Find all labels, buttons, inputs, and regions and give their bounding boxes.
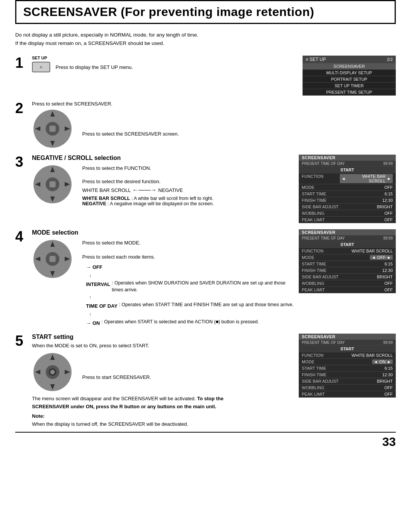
step-2-section: 2 Press to select the SCREENSAVER. bbox=[15, 101, 396, 149]
step-1-diagram: SET UP ≡ Press to display the SET UP men… bbox=[32, 56, 133, 75]
svg-point-28 bbox=[50, 370, 55, 374]
ss-row-5-3-value: 12:30 bbox=[382, 372, 393, 377]
ss-row-3-0: FUNCTION ◄ WHITE BAR SCROLL ► bbox=[299, 173, 396, 184]
ss-row-4-6-value: OFF bbox=[384, 288, 393, 292]
ss-time-label-4: PRESENT TIME OF DAY bbox=[302, 236, 345, 240]
ss-row-3-1-value: OFF bbox=[384, 185, 393, 190]
ss-row-5-6-value: OFF bbox=[384, 392, 393, 396]
ss-row-4-1-label: MODE bbox=[302, 255, 340, 260]
step-3-inst1: Press to select the FUNCTION. bbox=[82, 165, 295, 171]
ss-row-3-0-label: FUNCTION bbox=[302, 174, 340, 183]
ss-row-4-3-value: 12:30 bbox=[382, 268, 393, 273]
ss-row-3-6: PEAK LIMIT OFF bbox=[299, 217, 396, 223]
menu-header-label: SET UP bbox=[309, 57, 326, 62]
ss-time-label-5: PRESENT TIME OF DAY bbox=[302, 340, 345, 345]
ss-row-4-1: MODE ◄ OFF ► bbox=[299, 254, 396, 261]
step-1-number: 1 bbox=[15, 55, 23, 71]
ss-row-3-4-label: SIDE BAR ADJUST bbox=[302, 204, 340, 209]
mode-on-desc: : Operates when START is selected and th… bbox=[102, 319, 259, 326]
step-3-number: 3 bbox=[15, 154, 23, 170]
step-4-section: 4 MODE selection Press to s bbox=[15, 229, 396, 328]
note2-label: NEGATIVE bbox=[82, 201, 106, 206]
ss-row-3-1-label: MODE bbox=[302, 185, 340, 190]
step-2-body: Press to select the SCREENSAVER. bbox=[32, 101, 295, 149]
setup-btn-symbol: ≡ bbox=[40, 65, 42, 69]
step-3-text-area: Press to select the FUNCTION. Press to s… bbox=[82, 164, 295, 206]
mode-interval-label: INTERVAL bbox=[86, 280, 110, 289]
ss-row-5-1-value: ◄ ON ► bbox=[372, 359, 393, 364]
ss-row-4-4-value: BRIGHT bbox=[377, 275, 393, 279]
ss-row-5-0-value: WHITE BAR SCROLL bbox=[352, 353, 393, 358]
ss-row-4-2: START TIME 6:15 bbox=[299, 261, 396, 267]
step-1-menu: ≡ SET UP 2/2 SCREENSAVER MULTI DISPLAY S… bbox=[295, 56, 396, 96]
ss-menu-5-time-row: PRESENT TIME OF DAY 99:99 bbox=[299, 340, 396, 346]
ss-menu-3-start: START bbox=[299, 167, 396, 173]
ss-row-4-2-value: 6:15 bbox=[385, 262, 393, 266]
menu-item-setup-timer: SET UP TIMER bbox=[303, 83, 396, 89]
step-5-remote-diagram bbox=[32, 351, 73, 393]
page-title: SCREENSAVER (For preventing image retent… bbox=[23, 5, 388, 19]
ss-row-5-2-label: START TIME bbox=[302, 366, 340, 371]
ss-row-5-2-value: 6:15 bbox=[385, 366, 393, 371]
ss-row-5-1-label: MODE bbox=[302, 359, 340, 364]
step-5-section: 5 START setting When the MODE is set to … bbox=[15, 334, 396, 428]
note-label: Note: bbox=[32, 413, 45, 419]
step-3-bidir: WHITE BAR SCROLL ←——→ NEGATIVE bbox=[82, 187, 295, 193]
ss-start-label-3: START bbox=[341, 168, 354, 172]
bidir-right: NEGATIVE bbox=[158, 187, 183, 193]
step-5-note-final: When the display is turned off, the SCRE… bbox=[32, 420, 295, 428]
ss-row-4-5: WOBBLING OFF bbox=[299, 280, 396, 287]
mode-tod-desc: : Operates when START TIME and FINISH TI… bbox=[119, 302, 294, 308]
step-2-inst2-area: Press to select the SCREENSAVER screen. bbox=[82, 108, 179, 137]
ss-row-3-3-label: FINISH TIME bbox=[302, 198, 340, 203]
mode-interval-desc: : Operates when SHOW DURATION and SAVER … bbox=[112, 280, 295, 293]
ss-row-4-6-label: PEAK LIMIT bbox=[302, 288, 340, 292]
screensaver-menu-5: SCREENSAVER PRESENT TIME OF DAY 99:99 ST… bbox=[299, 334, 396, 398]
step-2-number: 2 bbox=[15, 100, 23, 116]
ss-row-4-4-label: SIDE BAR ADJUST bbox=[302, 275, 340, 279]
ss-row-5-4: SIDE BAR ADJUST BRIGHT bbox=[299, 378, 396, 385]
ss-menu-4-header: SCREENSAVER bbox=[299, 229, 396, 235]
note1-label: WHITE BAR SCROLL bbox=[82, 196, 130, 201]
mode-arrow-off: → bbox=[86, 263, 91, 272]
ss-menu-4-time-row: PRESENT TIME OF DAY 99:99 bbox=[299, 235, 396, 241]
ss-row-3-4: SIDE BAR ADJUST BRIGHT bbox=[299, 204, 396, 210]
ss-row-3-3-value: 12:30 bbox=[382, 198, 393, 203]
ss-row-5-4-label: SIDE BAR ADJUST bbox=[302, 379, 340, 383]
ss-row-3-5-label: WOBBLING bbox=[302, 211, 340, 216]
ss-time-value-3: 99:99 bbox=[383, 161, 393, 166]
step-4-mode-options: → OFF ↕ INTERVAL : Operates when SHOW DU… bbox=[86, 263, 295, 328]
screensaver-menu-3: SCREENSAVER PRESENT TIME OF DAY 99:99 ST… bbox=[299, 155, 396, 223]
ss-row-3-6-value: OFF bbox=[384, 217, 393, 222]
step-5-menu: SCREENSAVER PRESENT TIME OF DAY 99:99 ST… bbox=[295, 334, 396, 428]
step-1-instruction: Press to display the SET UP menu. bbox=[54, 64, 133, 70]
step-4-inst2: Press to select each mode items. bbox=[82, 254, 295, 260]
ss-time-value-4: 99:99 bbox=[383, 236, 393, 240]
step-3-menu: SCREENSAVER PRESENT TIME OF DAY 99:99 ST… bbox=[295, 155, 396, 223]
ss-menu-4-start: START bbox=[299, 241, 396, 248]
ss-row-3-5-value: OFF bbox=[384, 211, 393, 216]
step-5-inst2-area: Press to start SCREENSAVER. bbox=[82, 351, 295, 382]
step-4-heading: MODE selection bbox=[32, 229, 295, 236]
note2-text: : A negative image will be displayed on … bbox=[107, 201, 213, 206]
step-3-section: 3 NEGATIVE / SCROLL selection bbox=[15, 155, 396, 223]
ss-row-5-5-value: OFF bbox=[384, 385, 393, 390]
screensaver-menu-4: SCREENSAVER PRESENT TIME OF DAY 99:99 ST… bbox=[299, 229, 396, 293]
step-5-note-line1: The menu screen will disappear and the S… bbox=[32, 395, 295, 403]
intro-line1: Do not display a still picture, especial… bbox=[15, 31, 396, 39]
ss-menu-5-header: SCREENSAVER bbox=[299, 334, 396, 340]
step-3-inst2: Press to select the desired function. bbox=[82, 179, 295, 184]
step-4-number: 4 bbox=[15, 228, 23, 244]
ss-row-4-5-value: OFF bbox=[384, 281, 393, 286]
step-5-inst2: Press to start SCREENSAVER. bbox=[82, 374, 295, 380]
menu-item-multi-display: MULTI DISPLAY SETUP bbox=[303, 70, 396, 76]
ss-row-5-5: WOBBLING OFF bbox=[299, 385, 396, 391]
step-5-body: START setting When the MODE is set to ON… bbox=[32, 334, 295, 428]
ss-row-4-2-label: START TIME bbox=[302, 262, 340, 266]
step-1-body: SET UP ≡ Press to display the SET UP men… bbox=[32, 56, 295, 96]
setup-menu-header: ≡ SET UP 2/2 bbox=[303, 56, 396, 63]
ss-row-5-3: FINISH TIME 12:30 bbox=[299, 372, 396, 378]
ss-row-3-2: START TIME 6:15 bbox=[299, 191, 396, 197]
bidir-arrow-symbol: ←——→ bbox=[132, 187, 157, 193]
ss-row-3-0-value: ◄ WHITE BAR SCROLL ► bbox=[340, 174, 393, 183]
